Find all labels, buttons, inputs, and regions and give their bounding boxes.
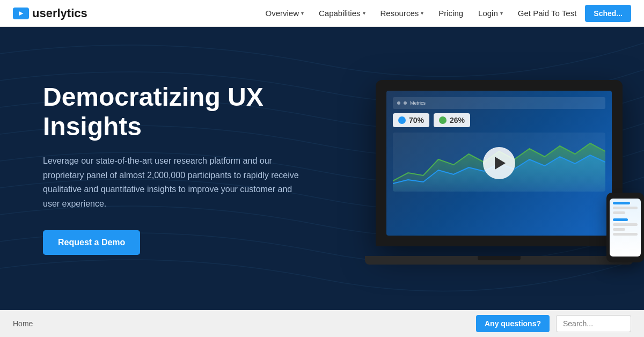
phone-line-2: [613, 207, 638, 209]
nav-get-paid[interactable]: Get Paid To Test: [511, 5, 583, 21]
phone-line-7: [613, 233, 638, 236]
logo[interactable]: userlytics: [13, 6, 87, 20]
play-button[interactable]: [483, 147, 515, 179]
laptop-mockup: Metrics 70% 26%: [376, 80, 623, 246]
schedule-button[interactable]: Sched...: [585, 5, 631, 22]
login-chevron-icon: ▾: [500, 10, 503, 16]
laptop-screen: Metrics 70% 26%: [386, 91, 612, 236]
request-demo-button[interactable]: Request a Demo: [43, 230, 140, 255]
phone-line-6: [613, 228, 625, 231]
screen-dot-1: [397, 101, 400, 105]
nav-login[interactable]: Login ▾: [472, 5, 509, 21]
phone-line-5: [613, 223, 638, 226]
footer-home-link[interactable]: Home: [13, 319, 33, 328]
phone-screen: [610, 199, 641, 257]
screen-header: Metrics: [393, 97, 605, 109]
navbar: userlytics Overview ▾ Capabilities ▾ Res…: [0, 0, 644, 27]
nav-overview[interactable]: Overview ▾: [259, 5, 310, 21]
screen-dot-2: [404, 101, 407, 105]
screen-stats: 70% 26%: [393, 113, 605, 127]
phone-mockup: [606, 193, 644, 262]
stat-box-2: 26%: [434, 113, 470, 127]
laptop-base: [365, 256, 633, 265]
nav-links: Overview ▾ Capabilities ▾ Resources ▾ Pr…: [259, 5, 631, 22]
footer-right: Any questions?: [476, 315, 631, 332]
hero-title: Democratizing UX Insights: [43, 82, 301, 141]
resources-chevron-icon: ▾: [421, 10, 423, 16]
logo-lytics: lytics: [57, 6, 87, 20]
stat-num-1: 70%: [409, 116, 424, 124]
footer-bar: Home Any questions?: [0, 310, 644, 337]
overview-chevron-icon: ▾: [301, 10, 304, 16]
hero-image: Metrics 70% 26%: [365, 69, 644, 268]
nav-capabilities[interactable]: Capabilities ▾: [312, 5, 372, 21]
logo-icon: [13, 8, 29, 19]
logo-user: user: [32, 6, 57, 20]
stat-box-1: 70%: [393, 113, 429, 127]
search-input[interactable]: [556, 315, 631, 332]
hero-subtitle: Leverage our state-of-the-art user resea…: [43, 154, 301, 211]
hero-content: Democratizing UX Insights Leverage our s…: [0, 50, 343, 287]
stat-num-2: 26%: [450, 116, 465, 124]
capabilities-chevron-icon: ▾: [363, 10, 365, 16]
play-triangle-icon: [495, 157, 506, 170]
hero-section: Democratizing UX Insights Leverage our s…: [0, 27, 644, 310]
nav-pricing[interactable]: Pricing: [432, 5, 470, 21]
stat-icon-2: [439, 116, 447, 124]
screen-header-title: Metrics: [410, 100, 426, 106]
phone-line-4: [613, 218, 628, 221]
nav-resources[interactable]: Resources ▾: [374, 5, 430, 21]
logo-text: userlytics: [32, 6, 87, 20]
stat-icon-1: [398, 116, 406, 124]
phone-line-1: [613, 202, 630, 204]
phone-line-3: [613, 211, 625, 214]
any-questions-button[interactable]: Any questions?: [476, 315, 550, 332]
laptop-notch: [478, 256, 521, 260]
